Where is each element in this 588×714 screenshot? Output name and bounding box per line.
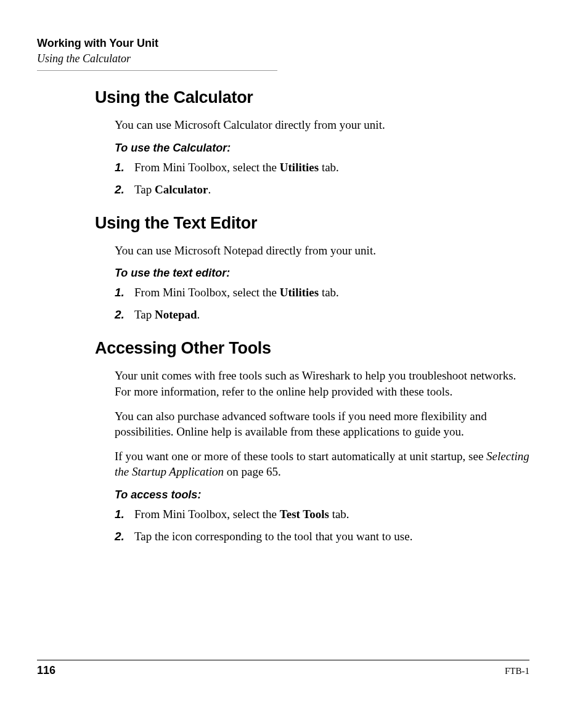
step-text: Tap Calculator. — [134, 183, 529, 197]
running-header: Working with Your Unit Using the Calcula… — [37, 37, 529, 71]
content-area: Using the Calculator You can use Microso… — [37, 88, 529, 543]
list-item: 2. Tap Notepad. — [115, 308, 529, 322]
list-item: 2. Tap the icon corresponding to the too… — [115, 530, 529, 543]
footer-rule — [37, 660, 529, 660]
step-number: 2. — [115, 530, 134, 543]
step-number: 1. — [115, 286, 134, 299]
document-code: FTB-1 — [505, 666, 529, 676]
heading-accessing-other-tools: Accessing Other Tools — [95, 339, 529, 358]
page-number: 116 — [37, 664, 55, 677]
step-text: From Mini Toolbox, select the Utilities … — [134, 286, 529, 299]
other-proc-title: To access tools: — [95, 489, 529, 501]
step-text: Tap Notepad. — [134, 308, 529, 322]
other-p2: You can also purchase advanced software … — [95, 408, 529, 440]
step-text: From Mini Toolbox, select the Test Tools… — [134, 508, 529, 521]
other-p3: If you want one or more of these tools t… — [95, 448, 529, 480]
heading-using-calculator: Using the Calculator — [95, 88, 529, 107]
step-number: 1. — [115, 161, 134, 174]
step-text: From Mini Toolbox, select the Utilities … — [134, 161, 529, 174]
editor-steps: 1. From Mini Toolbox, select the Utiliti… — [95, 286, 529, 322]
list-item: 1. From Mini Toolbox, select the Utiliti… — [115, 161, 529, 174]
step-number: 1. — [115, 508, 134, 521]
step-text: Tap the icon corresponding to the tool t… — [134, 530, 529, 543]
page-footer: 116 FTB-1 — [37, 660, 529, 677]
list-item: 1. From Mini Toolbox, select the Utiliti… — [115, 286, 529, 299]
other-steps: 1. From Mini Toolbox, select the Test To… — [95, 508, 529, 543]
list-item: 1. From Mini Toolbox, select the Test To… — [115, 508, 529, 521]
editor-proc-title: To use the text editor: — [95, 267, 529, 280]
chapter-title: Working with Your Unit — [37, 37, 529, 50]
calc-steps: 1. From Mini Toolbox, select the Utiliti… — [95, 161, 529, 197]
step-number: 2. — [115, 308, 134, 322]
other-p1: Your unit comes with free tools such as … — [95, 368, 529, 399]
list-item: 2. Tap Calculator. — [115, 183, 529, 197]
step-number: 2. — [115, 183, 134, 197]
header-rule — [37, 70, 277, 71]
heading-using-text-editor: Using the Text Editor — [95, 214, 529, 233]
calc-intro: You can use Microsoft Calculator directl… — [95, 117, 529, 133]
editor-intro: You can use Microsoft Notepad directly f… — [95, 243, 529, 259]
document-page: Working with Your Unit Using the Calcula… — [0, 0, 588, 714]
section-breadcrumb: Using the Calculator — [37, 52, 529, 65]
calc-proc-title: To use the Calculator: — [95, 142, 529, 155]
